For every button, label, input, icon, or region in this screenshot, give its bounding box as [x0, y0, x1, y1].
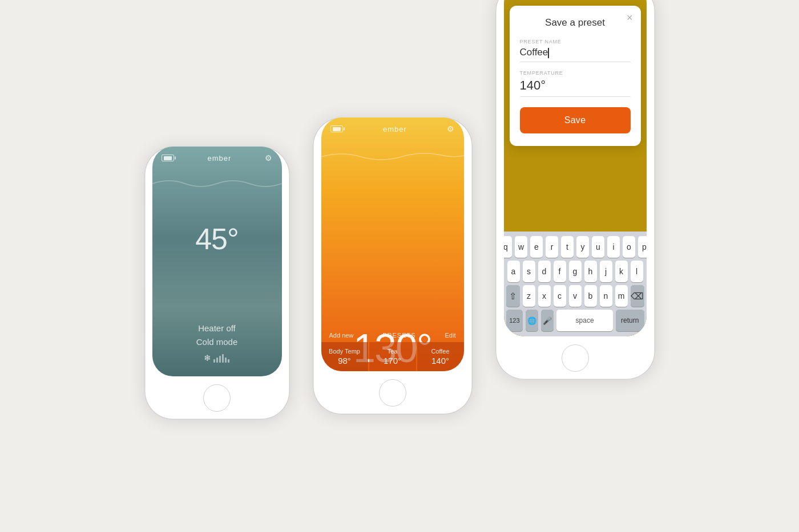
- key-r[interactable]: r: [546, 236, 558, 258]
- mic-key[interactable]: 🎤: [541, 310, 554, 331]
- key-g[interactable]: g: [569, 261, 582, 282]
- home-button-hot[interactable]: [379, 379, 406, 407]
- close-button[interactable]: ×: [627, 13, 633, 23]
- temperature-value: 140°: [520, 78, 631, 97]
- add-new-label[interactable]: Add new: [329, 332, 354, 339]
- snowflake-row: ❄: [196, 351, 238, 365]
- key-u[interactable]: u: [592, 236, 604, 258]
- key-n[interactable]: n: [600, 285, 612, 307]
- preset-name-tea: Tea: [374, 348, 411, 355]
- presets-section: Add new PRESETS Edit Body Temp 98° Tea 1…: [321, 328, 464, 371]
- settings-icon-hot[interactable]: ⚙: [447, 124, 454, 133]
- phone-cold: ember ⚙ 45° Heater off Cold mode ❄: [144, 147, 290, 420]
- key-m[interactable]: m: [615, 285, 628, 307]
- key-j[interactable]: j: [600, 261, 612, 282]
- key-t[interactable]: t: [561, 236, 574, 258]
- preset-temp-coffee: 140°: [422, 356, 459, 366]
- key-e[interactable]: e: [530, 236, 543, 258]
- delete-key[interactable]: ⌫: [631, 285, 644, 307]
- status-bar-hot: ember ⚙: [321, 117, 464, 136]
- battery-icon-cold: [162, 155, 174, 161]
- presets-header: Add new PRESETS Edit: [321, 328, 464, 342]
- heater-status: Heater off: [196, 322, 238, 335]
- key-c[interactable]: c: [554, 285, 566, 307]
- key-o[interactable]: o: [623, 236, 635, 258]
- key-k[interactable]: k: [615, 261, 628, 282]
- key-p[interactable]: p: [638, 236, 647, 258]
- key-v[interactable]: v: [569, 285, 582, 307]
- temperature-label: TEMPERATURE: [520, 70, 631, 76]
- key-a[interactable]: a: [507, 261, 520, 282]
- key-w[interactable]: w: [515, 236, 527, 258]
- globe-key[interactable]: 🌐: [526, 310, 538, 331]
- screen-cold: ember ⚙ 45° Heater off Cold mode ❄: [152, 147, 282, 376]
- phone-dialog: ember ⚙ × Save a preset PRESET NAME Coff…: [495, 0, 655, 380]
- status-text-cold: Heater off Cold mode ❄: [196, 322, 238, 365]
- return-key[interactable]: return: [616, 310, 644, 331]
- presets-grid: Body Temp 98° Tea 170° Coffee 140°: [321, 342, 464, 371]
- keyboard-row-2: a s d f g h j k l: [506, 261, 644, 282]
- preset-name-label: PRESET NAME: [520, 39, 631, 44]
- numbers-key[interactable]: 123: [506, 310, 523, 331]
- preset-temp-tea: 170°: [374, 356, 411, 366]
- settings-icon-cold[interactable]: ⚙: [265, 153, 272, 163]
- signal-bars: [213, 354, 229, 363]
- key-q[interactable]: q: [504, 236, 513, 258]
- keyboard-row-4: 123 🌐 🎤 space return: [506, 310, 644, 331]
- keyboard-row-3: ⇧ z x c v b n m ⌫: [506, 285, 644, 307]
- screen-dialog-outer: ember ⚙ × Save a preset PRESET NAME Coff…: [504, 0, 647, 336]
- key-b[interactable]: b: [584, 285, 597, 307]
- key-x[interactable]: x: [538, 285, 551, 307]
- key-d[interactable]: d: [538, 261, 551, 282]
- screen-hot: ember ⚙ 130° Add new PRESETS Edit Body T…: [321, 117, 464, 371]
- app-title-cold: ember: [208, 154, 232, 163]
- keyboard: q w e r t y u i o p a s d f g: [504, 232, 647, 336]
- preset-name-bodytemp: Body Temp: [326, 348, 364, 355]
- key-s[interactable]: s: [523, 261, 535, 282]
- key-f[interactable]: f: [554, 261, 566, 282]
- presets-title: PRESETS: [382, 332, 415, 339]
- phone-hot: ember ⚙ 130° Add new PRESETS Edit Body T…: [313, 117, 473, 415]
- preset-name-coffee: Coffee: [422, 348, 459, 355]
- battery-icon-hot: [330, 125, 343, 132]
- temperature-cold: 45°: [195, 222, 239, 256]
- preset-temp-bodytemp: 98°: [326, 356, 364, 366]
- preset-item-tea[interactable]: Tea 170°: [369, 342, 416, 371]
- shift-key[interactable]: ⇧: [506, 285, 520, 307]
- key-i[interactable]: i: [607, 236, 620, 258]
- preset-item-bodytemp[interactable]: Body Temp 98°: [321, 342, 368, 371]
- status-bar-cold: ember ⚙: [152, 147, 282, 165]
- home-button-dialog[interactable]: [562, 344, 589, 372]
- snowflake-icon: ❄: [204, 351, 211, 365]
- key-h[interactable]: h: [584, 261, 597, 282]
- home-button-cold[interactable]: [203, 384, 231, 412]
- edit-label[interactable]: Edit: [445, 332, 456, 339]
- preset-item-coffee[interactable]: Coffee 140°: [417, 342, 464, 371]
- keyboard-row-1: q w e r t y u i o p: [506, 236, 644, 258]
- key-l[interactable]: l: [631, 261, 643, 282]
- status-bar-dialog: ember ⚙: [504, 0, 647, 1]
- preset-name-input[interactable]: Coffee: [520, 47, 631, 62]
- key-z[interactable]: z: [523, 285, 535, 307]
- save-button[interactable]: Save: [520, 107, 631, 133]
- key-y[interactable]: y: [576, 236, 589, 258]
- mode-status: Cold mode: [196, 335, 238, 349]
- save-preset-modal: × Save a preset PRESET NAME Coffee TEMPE…: [510, 6, 641, 146]
- dialog-title: Save a preset: [520, 17, 631, 29]
- app-title-hot: ember: [383, 125, 407, 133]
- space-key[interactable]: space: [556, 310, 613, 331]
